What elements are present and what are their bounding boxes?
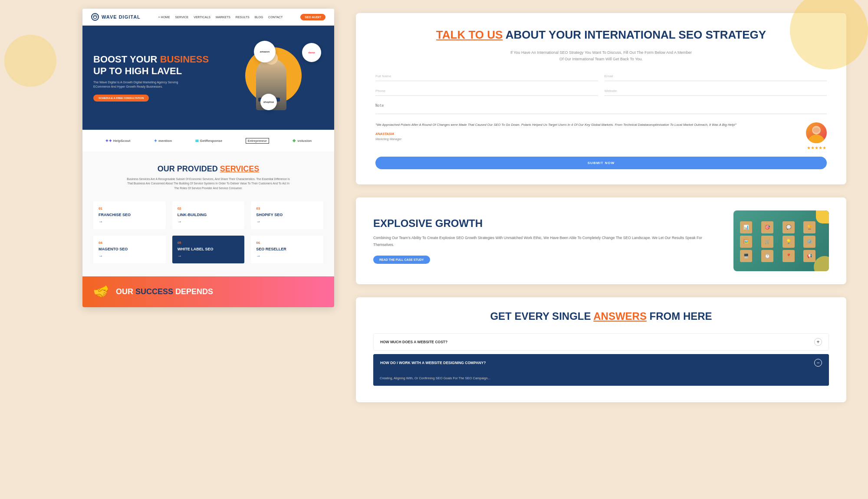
decor-blob-left — [4, 35, 56, 87]
service-num-6: 06 — [256, 241, 318, 245]
growth-content: EXPLOSIVE GROWTH Combining Our Team's Ab… — [373, 217, 720, 264]
block-10: ⏱️ — [761, 250, 773, 262]
faq-question-2[interactable]: HOW DO I WORK WITH A WEBSITE DESIGNING C… — [373, 354, 829, 371]
contact-title-area: TALK TO US ABOUT YOUR INTERNATIONAL SEO … — [375, 28, 827, 42]
badge-daraz: daraz — [302, 43, 321, 62]
service-shopify-seo[interactable]: 03 SHOPIFY SEO → — [251, 201, 323, 229]
growth-card: EXPLOSIVE GROWTH Combining Our Team's Ab… — [356, 197, 846, 284]
nav-contact[interactable]: CONTACT — [268, 16, 283, 19]
svg-point-3 — [813, 128, 820, 133]
services-title: OUR PROVIDED SERVICES — [93, 164, 323, 174]
nav-results[interactable]: RESULTS — [236, 16, 250, 19]
faq-item-2: HOW DO I WORK WITH A WEBSITE DESIGNING C… — [373, 354, 829, 386]
submit-button[interactable]: SUBMIT NOW — [375, 157, 827, 169]
growth-image-overlay — [816, 210, 829, 223]
growth-cta-button[interactable]: READ THE FULL CASE STUDY — [373, 256, 430, 264]
badge-shophoz: shophoz — [260, 94, 277, 110]
right-panel: TALK TO US ABOUT YOUR INTERNATIONAL SEO … — [339, 0, 868, 499]
nav-verticals[interactable]: VERTICALS — [194, 16, 210, 19]
partner-mention: ✦ mention — [154, 138, 172, 143]
email-input[interactable] — [605, 72, 827, 81]
stars: ★★★★★ — [807, 145, 826, 150]
service-name-6: SEO RESELLER — [256, 247, 318, 251]
service-num-4: 04 — [99, 241, 161, 245]
note-input[interactable] — [375, 101, 827, 114]
contact-form: "We Approached Polaris After A Round Of … — [375, 72, 827, 169]
nav-logo: WAVE DIGITAL — [91, 13, 141, 21]
faq-toggle-1[interactable]: + — [814, 338, 822, 346]
badge-amazon: amazon — [254, 41, 276, 62]
testimonial-author: ANASTASIA — [375, 131, 797, 137]
growth-subtitle: Combining Our Team's Ability To Create E… — [373, 235, 720, 248]
phone-input[interactable] — [375, 86, 598, 96]
hero-cta-button[interactable]: SCHEDULE A FREE CONSULTATION — [93, 95, 149, 102]
hero-subtitle: The Wave Digital Is A Growth Digital Mar… — [93, 80, 180, 89]
testimonial-text: "We Approached Polaris After A Round Of … — [375, 122, 797, 150]
nav-blog[interactable]: BLOG — [255, 16, 263, 19]
faq-question-1[interactable]: HOW MUCH DOES A WEBSITE COST? + — [373, 333, 829, 351]
faq-toggle-2[interactable]: − — [814, 359, 822, 367]
hero-title: BOOST YOUR BUSINESS UP TO HIGH LAVEL — [93, 54, 228, 77]
partner-getresponse: ✉ GetResponse — [195, 139, 223, 143]
service-magento-seo[interactable]: 04 MAGENTO SEO → — [93, 236, 166, 263]
form-row-1 — [375, 72, 827, 81]
blocks-grid: 📊 🎯 💬 🏆 🖼️ 🛒 💡 ⚙️ 🖥️ ⏱️ 📍 📢 — [733, 215, 829, 269]
faq-title: GET EVERY SINGLE ANSWERS FROM HERE — [373, 310, 829, 322]
svg-point-1 — [808, 135, 825, 143]
form-row-2 — [375, 86, 827, 96]
block-9: 🖥️ — [740, 250, 752, 262]
block-6: 🛒 — [761, 236, 773, 248]
services-section: OUR PROVIDED SERVICES Business Services … — [82, 151, 334, 276]
avatar-area: ★★★★★ — [806, 122, 827, 150]
service-num-1: 01 — [99, 207, 161, 210]
nav-logo-icon — [91, 13, 99, 21]
nav-markets[interactable]: MARKETS — [216, 16, 230, 19]
nav-cta-button[interactable]: SEO AUDIT — [300, 14, 326, 20]
faq-item-1: HOW MUCH DOES A WEBSITE COST? + — [373, 333, 829, 351]
block-3: 💬 — [783, 221, 795, 233]
service-num-5: 05 — [178, 241, 240, 245]
block-7: 💡 — [783, 236, 795, 248]
service-arrow-2: → — [178, 219, 240, 224]
block-2: 🎯 — [761, 221, 773, 233]
partner-volusion: ❖ volusion — [292, 138, 312, 143]
partner-entrepreneur: Entrepreneur — [246, 138, 269, 144]
growth-image: 📊 🎯 💬 🏆 🖼️ 🛒 💡 ⚙️ 🖥️ ⏱️ 📍 📢 — [733, 210, 829, 271]
faq-card: GET EVERY SINGLE ANSWERS FROM HERE HOW M… — [356, 297, 846, 402]
faq-answer-2: Creating, Aligning With, Or Confirming S… — [373, 371, 829, 386]
partner-helpscout: ✦✦ HelpScout — [105, 138, 131, 143]
nav-links: + HOME SERVICE VERTICALS MARKETS RESULTS… — [158, 16, 283, 19]
service-seo-reseller[interactable]: 06 SEO RESELLER → — [251, 236, 323, 263]
hero-section: BOOST YOUR BUSINESS UP TO HIGH LAVEL The… — [82, 26, 334, 130]
service-num-2: 02 — [178, 207, 240, 210]
hero-visual: WAVE DIGITAL amazon daraz shophoz — [228, 39, 323, 117]
faq-question-text-1: HOW MUCH DOES A WEBSITE COST? — [380, 340, 447, 344]
block-1: 📊 — [740, 221, 752, 233]
nav-service[interactable]: SERVICE — [175, 16, 189, 19]
testimonial-area: "We Approached Polaris After A Round Of … — [375, 122, 827, 150]
service-name-5: WHITE LABEL SEO — [178, 247, 240, 251]
nav-home[interactable]: + HOME — [158, 16, 170, 19]
service-name-3: SHOPIFY SEO — [256, 213, 318, 217]
left-panel: WAVE DIGITAL + HOME SERVICE VERTICALS MA… — [0, 0, 339, 499]
service-name-1: FRANCHISE SEO — [99, 213, 161, 217]
service-white-label-seo[interactable]: 05 WHITE LABEL SEO → — [172, 236, 245, 263]
success-banner: 🤝 OUR SUCCESS DEPENDS — [82, 276, 334, 307]
full-name-input[interactable] — [375, 72, 598, 81]
contact-title: TALK TO US ABOUT YOUR INTERNATIONAL SEO … — [375, 28, 827, 42]
hero-text: BOOST YOUR BUSINESS UP TO HIGH LAVEL The… — [93, 54, 228, 102]
service-link-building[interactable]: 02 LINK-BUILDING → — [172, 201, 245, 229]
nav-bar: WAVE DIGITAL + HOME SERVICE VERTICALS MA… — [82, 9, 334, 26]
website-input[interactable] — [605, 86, 827, 96]
service-num-3: 03 — [256, 207, 318, 210]
block-4: 🏆 — [803, 221, 815, 233]
faq-question-text-2: HOW DO I WORK WITH A WEBSITE DESIGNING C… — [380, 361, 486, 365]
block-5: 🖼️ — [740, 236, 752, 248]
service-arrow-5: → — [178, 253, 240, 258]
block-11: 📍 — [783, 250, 795, 262]
avatar — [806, 122, 827, 143]
service-name-4: MAGENTO SEO — [99, 247, 161, 251]
service-name-2: LINK-BUILDING — [178, 213, 240, 217]
contact-subtitle: If You Have An International SEO Strateg… — [510, 49, 692, 63]
service-franchise-seo[interactable]: 01 FRANCHISE SEO → — [93, 201, 166, 229]
